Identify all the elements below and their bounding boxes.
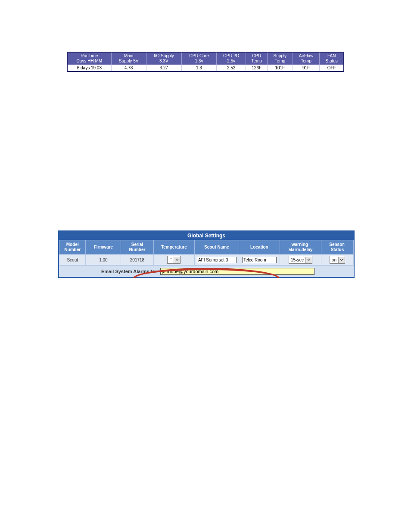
warning-delay-select[interactable]: 15-sec (289, 256, 312, 264)
gcol-serial: SerialNumber (121, 240, 153, 255)
location-input[interactable] (242, 257, 277, 263)
val-airflow-temp: 91F (293, 65, 320, 72)
gcol-model: ModelNumber (59, 240, 86, 255)
col-supply-temp: SupplyTemp (267, 52, 293, 65)
sensor-status-select[interactable]: on (330, 256, 345, 264)
global-row: Scout 1.00 201718 F (59, 255, 354, 265)
gcol-temperature: Temperature (153, 240, 195, 255)
gcol-scout-name: Scout Name (195, 240, 239, 255)
gcol-sensor-status: Sensor-Status (321, 240, 353, 255)
global-settings-title: Global Settings (59, 231, 354, 240)
email-alarms-input[interactable] (162, 269, 222, 274)
global-settings-table: ModelNumber Firmware SerialNumber Temper… (59, 240, 354, 265)
chevron-down-icon (305, 257, 312, 263)
val-cpu-temp: 126F (246, 65, 268, 72)
col-cpu-io: CPU I/O2.5v (216, 52, 246, 65)
val-model: Scout (59, 255, 86, 265)
gcol-warning-delay: warning-alarm-delay (280, 240, 321, 255)
temperature-value: F (169, 258, 172, 262)
sensor-status-value: on (332, 258, 336, 262)
col-cpu-core: CPU Core1.3v (182, 52, 217, 65)
gcol-location: Location (239, 240, 280, 255)
email-row: Email System Alarms to: (59, 265, 354, 277)
col-runtime: RunTimeDays HH:MM (67, 52, 111, 65)
chevron-down-icon (338, 257, 345, 263)
temperature-select[interactable]: F (167, 256, 181, 264)
col-fan-status: FANStatus (320, 52, 344, 65)
val-io-supply: 3.27 (146, 65, 182, 72)
val-supply-temp: 101F (267, 65, 293, 72)
val-cpu-core: 1.3 (182, 65, 217, 72)
val-runtime: 6 days 19:03 (67, 65, 111, 72)
email-label: Email System Alarms to: (101, 269, 157, 274)
email-input-wrap (160, 268, 314, 275)
warning-delay-value: 15-sec (291, 258, 304, 262)
val-serial: 201718 (121, 255, 153, 265)
col-airflow-temp: AirFlowTemp (293, 52, 320, 65)
val-firmware: 1.00 (86, 255, 121, 265)
gcol-firmware: Firmware (86, 240, 121, 255)
col-io-supply: I/O Supply3.3V (146, 52, 182, 65)
val-fan-status: OFF (320, 65, 344, 72)
status-row: 6 days 19:03 4.78 3.27 1.3 2.52 126F 101… (67, 65, 344, 72)
val-cpu-io: 2.52 (216, 65, 246, 72)
status-table: RunTimeDays HH:MM MainSupply 5V I/O Supp… (67, 52, 344, 72)
scout-name-input[interactable] (197, 257, 237, 263)
val-main-supply: 4.78 (111, 65, 146, 72)
col-main-supply: MainSupply 5V (111, 52, 146, 65)
global-settings-panel: Global Settings ModelNumber Firmware Ser… (58, 230, 355, 278)
col-cpu-temp: CPUTemp (246, 52, 268, 65)
chevron-down-icon (174, 257, 180, 263)
